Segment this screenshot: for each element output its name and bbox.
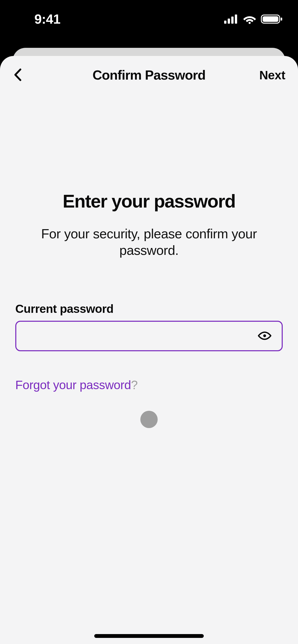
svg-rect-7	[281, 18, 282, 21]
home-indicator	[94, 634, 204, 638]
chevron-left-icon	[13, 68, 22, 82]
cellular-icon	[224, 14, 238, 24]
content-area: Enter your password For your security, p…	[0, 191, 298, 392]
device-frame: 9:41	[0, 0, 298, 644]
heading: Enter your password	[15, 191, 283, 212]
svg-rect-6	[263, 16, 278, 22]
status-bar: 9:41	[0, 0, 298, 38]
back-button[interactable]	[10, 65, 25, 85]
status-indicators	[224, 14, 283, 24]
page-title: Confirm Password	[92, 67, 205, 83]
password-field-group: Current password	[15, 302, 283, 351]
svg-point-4	[249, 22, 251, 24]
svg-rect-1	[228, 19, 230, 24]
wifi-icon	[243, 14, 256, 24]
next-button[interactable]: Next	[259, 68, 285, 82]
svg-rect-0	[224, 21, 226, 24]
eye-icon	[257, 331, 272, 342]
forgot-password-text: Forgot your password	[15, 378, 131, 392]
forgot-password-suffix: ?	[131, 378, 138, 392]
svg-rect-3	[235, 14, 237, 24]
navbar: Confirm Password Next	[0, 56, 298, 94]
svg-point-8	[263, 334, 266, 337]
svg-rect-2	[231, 17, 234, 24]
battery-icon	[261, 14, 283, 24]
current-password-input[interactable]	[23, 322, 255, 350]
password-input-wrap	[15, 321, 283, 351]
password-label: Current password	[15, 302, 283, 316]
loading-indicator	[140, 411, 158, 428]
subheading: For your security, please confirm your p…	[15, 226, 283, 259]
status-time: 9:41	[18, 11, 60, 27]
modal-sheet: Confirm Password Next Enter your passwor…	[0, 56, 298, 644]
toggle-password-visibility-button[interactable]	[255, 328, 275, 344]
forgot-password-link[interactable]: Forgot your password?	[15, 378, 138, 392]
